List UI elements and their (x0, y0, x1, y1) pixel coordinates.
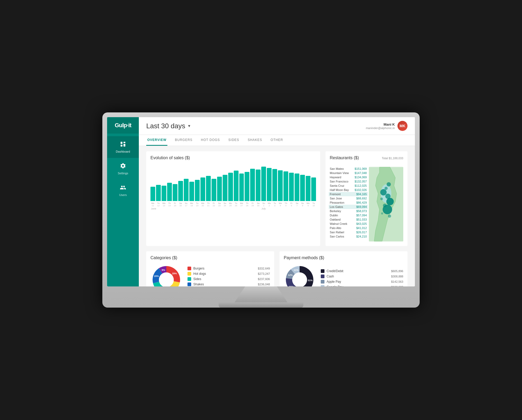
restaurants-header: Restaurants ($) Total $1,188,033 (330, 156, 403, 164)
restaurant-name: Los Gatos (330, 205, 343, 208)
categories-title: Categories ($) (150, 255, 270, 260)
bar-label-1: Tu12 (156, 202, 161, 207)
tab-sides[interactable]: SIDES (227, 135, 240, 146)
svg-point-13 (383, 205, 392, 214)
bar-month-row: June July (150, 207, 316, 210)
legend-color (321, 269, 324, 273)
tab-hotdogs[interactable]: HOT DOGS (200, 135, 221, 146)
sidebar-item-settings[interactable]: Settings (107, 158, 139, 180)
categories-donut-svg: 28%23%20%20%9% (150, 264, 182, 286)
bar-1[interactable] (156, 185, 161, 201)
bar-label-18: Fr29 (250, 202, 255, 207)
bar-2[interactable] (162, 186, 166, 201)
bar-chart (150, 164, 316, 201)
bar-25[interactable] (289, 173, 294, 201)
restaurant-value: $94,165 (356, 193, 367, 196)
bar-21[interactable] (267, 168, 272, 201)
main-content: Last 30 days ▼ Mani K maninder@alphonic.… (139, 117, 415, 286)
bar-27[interactable] (300, 175, 305, 201)
restaurant-name: Pleasanton (330, 201, 344, 204)
legend-value: $130,683 (391, 285, 403, 286)
bar-label-14: Mo25 (228, 202, 233, 207)
bar-15[interactable] (234, 171, 239, 201)
sidebar: Gulp·it Dashboard Settings (107, 117, 139, 286)
bar-28[interactable] (306, 176, 310, 201)
legend-label: Sides (193, 277, 201, 281)
bar-12[interactable] (217, 177, 222, 201)
bar-17[interactable] (245, 172, 249, 201)
restaurant-name: Palo Alto (330, 226, 341, 230)
user-name: Mani K (366, 122, 395, 126)
bar-24[interactable] (283, 171, 288, 201)
bar-6[interactable] (184, 179, 189, 201)
restaurant-name: Fremont (330, 193, 341, 196)
sidebar-item-users[interactable]: Users (107, 180, 139, 201)
bar-10[interactable] (206, 176, 211, 201)
legend-value: $273,247 (258, 272, 270, 275)
bar-label-27: Su8 (300, 202, 305, 207)
dashboard-icon (120, 141, 126, 148)
svg-point-15 (388, 214, 391, 218)
bar-9[interactable] (200, 177, 205, 201)
restaurant-value: $134,069 (355, 176, 367, 179)
bar-26[interactable] (295, 174, 299, 201)
legend-color (187, 277, 191, 281)
payment-donut: 51%26%12%11% (284, 264, 315, 286)
svg-point-14 (381, 212, 383, 214)
bar-label-7: Mo18 (189, 202, 194, 207)
tab-shakes[interactable]: SHAKES (247, 135, 263, 146)
bar-22[interactable] (272, 169, 277, 201)
bar-20[interactable] (261, 167, 266, 201)
restaurant-value: $112,025 (355, 184, 367, 187)
bar-5[interactable] (178, 181, 183, 201)
legend-item: Burgers$332,649 (187, 267, 270, 270)
bar-23[interactable] (278, 170, 283, 201)
legend-value: $237,606 (258, 277, 270, 281)
restaurant-row: Oakland$51,033 (330, 217, 367, 222)
app-container: Gulp·it Dashboard Settings (107, 117, 415, 286)
restaurant-row: Berkeley$58,073 (330, 209, 367, 213)
svg-text:26%: 26% (289, 285, 294, 286)
bar-14[interactable] (228, 173, 233, 201)
restaurants-section: Restaurants ($) Total $1,188,033 San Mat… (326, 151, 407, 246)
bar-4[interactable] (173, 184, 177, 201)
bar-29[interactable] (311, 177, 316, 201)
nav-tabs: OVERVIEW BURGERS HOT DOGS SIDES SHAKES O… (139, 135, 415, 146)
svg-text:12%: 12% (288, 274, 293, 276)
bar-7[interactable] (189, 182, 194, 201)
bar-19[interactable] (256, 170, 260, 201)
svg-text:51%: 51% (308, 279, 313, 282)
bar-11[interactable] (212, 179, 216, 201)
legend-color (321, 280, 324, 284)
bar-0[interactable] (150, 187, 155, 201)
svg-point-11 (386, 198, 394, 205)
bar-label-28: Mo9 (306, 202, 310, 207)
sidebar-item-dashboard[interactable]: Dashboard (107, 136, 139, 158)
bar-16[interactable] (239, 174, 244, 201)
restaurant-row: Hayward$134,069 (330, 175, 367, 179)
tab-overview[interactable]: OVERVIEW (146, 135, 167, 146)
monitor-stand (235, 286, 287, 302)
restaurant-value: $51,033 (356, 218, 367, 221)
tab-burgers[interactable]: BURGERS (174, 135, 193, 146)
svg-point-7 (384, 187, 388, 190)
legend-color (321, 275, 324, 278)
legend-value: $332,649 (258, 267, 270, 270)
legend-value: $308,888 (391, 275, 403, 278)
legend-color (187, 272, 191, 276)
bar-label-25: Fr6 (289, 202, 294, 207)
tab-other[interactable]: OTHER (269, 135, 284, 146)
restaurant-name: San Carlos (330, 235, 344, 238)
bar-8[interactable] (195, 180, 200, 201)
restaurant-value: $86,429 (356, 201, 367, 204)
period-title: Last 30 days (146, 122, 185, 130)
top-row: Evolution of sales ($) Mo11Tu12We13Th14F… (146, 151, 407, 246)
bar-label-29: Tu10 (311, 202, 316, 207)
period-dropdown-arrow[interactable]: ▼ (187, 124, 191, 128)
bar-3[interactable] (167, 183, 172, 201)
bar-labels: Mo11Tu12We13Th14Fr15Sa16Su17Mo18Tu19We20… (150, 202, 316, 207)
svg-rect-3 (123, 144, 125, 147)
bar-13[interactable] (223, 175, 227, 201)
bar-18[interactable] (250, 169, 255, 201)
payment-donut-svg: 51%26%12%11% (284, 264, 315, 286)
